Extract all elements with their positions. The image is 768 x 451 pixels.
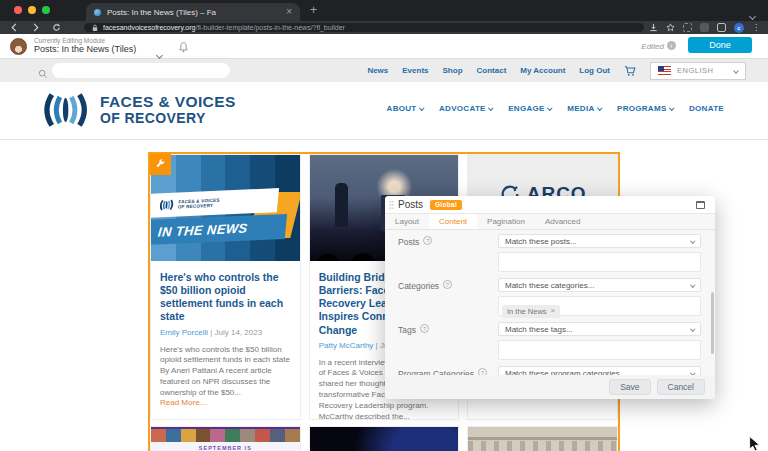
bookmark-star-icon[interactable] — [666, 23, 675, 32]
help-icon[interactable]: ? — [423, 236, 432, 245]
tab-content[interactable]: Content — [429, 214, 477, 229]
remove-chip-icon[interactable]: × — [551, 307, 556, 315]
program-categories-match-select[interactable]: Match these program categories... — [498, 366, 701, 375]
search-icon — [38, 65, 48, 83]
utility-link-contact[interactable]: Contact — [477, 66, 507, 75]
field-tags: Tags? Match these tags... — [398, 322, 701, 360]
tab-pagination[interactable]: Pagination — [477, 214, 535, 229]
nav-media[interactable]: MEDIA — [567, 104, 601, 113]
download-icon[interactable] — [649, 23, 658, 32]
browser-toolbar-right: c ⋮ — [649, 22, 760, 33]
profile-avatar[interactable]: c — [734, 23, 744, 33]
browser-tab[interactable]: Posts: In the News (Tiles) – Fa × — [86, 3, 300, 21]
close-window-button[interactable] — [14, 6, 22, 14]
help-icon[interactable]: ? — [420, 324, 429, 333]
help-icon[interactable]: ? — [443, 280, 452, 289]
faces-collage-strip — [151, 429, 300, 442]
edit-module-wrench-icon[interactable] — [150, 154, 171, 175]
read-more-link[interactable]: Read More… — [160, 398, 208, 407]
tab-close-icon[interactable]: × — [286, 7, 292, 17]
global-badge: Global — [430, 200, 462, 210]
field-categories: Categories? Match these categories... In… — [398, 278, 701, 316]
posts-match-select[interactable]: Match these posts... — [498, 234, 701, 248]
done-button[interactable]: Done — [688, 37, 752, 53]
tab-favicon — [94, 9, 101, 16]
cancel-button[interactable]: Cancel — [657, 379, 705, 395]
posts-settings-modal: Posts Global Layout Content Pagination A… — [385, 196, 715, 399]
chevron-down-icon — [547, 105, 552, 110]
new-tab-button[interactable]: + — [310, 3, 317, 17]
browser-menu-icon[interactable]: ⋮ — [752, 24, 760, 32]
utility-link-events[interactable]: Events — [402, 66, 428, 75]
categories-value-box[interactable]: In the News× — [498, 296, 701, 316]
language-selector[interactable]: ENGLISH — [650, 62, 746, 80]
post-title[interactable]: Here's who controls the $50 billion opio… — [160, 271, 291, 324]
post-excerpt: Here's who controls the $50 billion opio… — [160, 345, 291, 410]
utility-nav: News Events Shop Contact My Account Log … — [367, 59, 746, 82]
capitol-photo — [468, 427, 617, 451]
utility-link-log-out[interactable]: Log Out — [579, 66, 610, 75]
post-author-link[interactable]: Emily Porcelli — [160, 328, 208, 337]
modal-title: Posts — [398, 199, 423, 210]
reload-icon[interactable] — [52, 23, 61, 32]
modal-footer: Save Cancel — [385, 375, 715, 399]
tab-layout[interactable]: Layout — [385, 214, 429, 229]
drag-handle-icon[interactable] — [389, 200, 394, 210]
chevron-down-icon — [419, 105, 424, 110]
edited-info-icon[interactable]: i — [667, 41, 676, 50]
forward-icon[interactable] — [31, 23, 40, 32]
help-icon[interactable]: ? — [478, 368, 487, 375]
nav-engage[interactable]: ENGAGE — [508, 104, 551, 113]
minimize-window-button[interactable] — [28, 6, 36, 14]
modal-header[interactable]: Posts Global — [385, 196, 715, 214]
cart-icon[interactable] — [624, 65, 636, 77]
post-card-6[interactable] — [467, 426, 618, 451]
main-nav: ABOUT ADVOCATE ENGAGE MEDIA PROGRAMS DON… — [387, 104, 724, 113]
posts-value-box[interactable] — [498, 252, 701, 272]
chevron-down-icon — [597, 105, 602, 110]
post-card-5[interactable] — [309, 426, 460, 451]
us-flag-icon — [658, 66, 671, 75]
builder-module-title: Posts: In the News (Tiles) — [34, 44, 136, 54]
tags-match-select[interactable]: Match these tags... — [498, 322, 701, 336]
tab-title: Posts: In the News (Tiles) – Fa — [107, 8, 280, 17]
address-bar[interactable]: facesandvoicesofrecovery.org/fl-builder-… — [84, 23, 644, 32]
modal-scrollbar[interactable] — [711, 292, 714, 354]
save-button[interactable]: Save — [609, 379, 650, 395]
browser-nav-icons — [10, 22, 61, 33]
post-card-1-image: FACES & VOICES OF RECOVERY IN THE NEWS — [151, 155, 300, 261]
nav-about[interactable]: ABOUT — [387, 104, 423, 113]
logo-mark-icon — [157, 199, 174, 212]
notifications-bell-icon[interactable] — [178, 39, 189, 57]
post-author-link[interactable]: Patty McCarthy — [319, 341, 374, 350]
categories-match-select[interactable]: Match these categories... — [498, 278, 701, 292]
extension-icon-2[interactable] — [717, 23, 726, 32]
builder-context-label: Currently Editing Module — [34, 37, 105, 44]
maximize-window-button[interactable] — [42, 6, 50, 14]
site-logo[interactable]: FACES & VOICES OF RECOVERY — [38, 90, 236, 130]
nav-advocate[interactable]: ADVOCATE — [439, 104, 492, 113]
search-input[interactable] — [52, 63, 230, 78]
post-meta: Emily Porcelli | July 14, 2023 — [160, 328, 291, 337]
utility-link-my-account[interactable]: My Account — [520, 66, 565, 75]
interview-photo — [310, 427, 459, 451]
tab-advanced[interactable]: Advanced — [535, 214, 591, 229]
chevron-down-icon — [488, 105, 493, 110]
post-card-4[interactable]: SEPTEMBER IS RECOVERY MONTH — [150, 426, 301, 451]
nav-programs[interactable]: PROGRAMS — [617, 104, 673, 113]
beaver-builder-logo-icon — [10, 38, 27, 55]
utility-link-news[interactable]: News — [367, 66, 388, 75]
window-resize-icon[interactable] — [696, 201, 705, 209]
mouse-cursor — [748, 436, 762, 451]
logo-mark-icon — [38, 90, 90, 130]
utility-link-shop[interactable]: Shop — [443, 66, 463, 75]
category-chip[interactable]: In the News× — [502, 305, 560, 318]
post-card-1[interactable]: FACES & VOICES OF RECOVERY IN THE NEWS H… — [150, 154, 301, 420]
screenshot-extension-icon[interactable] — [683, 23, 692, 32]
modal-tabs: Layout Content Pagination Advanced — [385, 214, 715, 230]
extension-icon[interactable] — [700, 23, 709, 32]
nav-donate[interactable]: DONATE — [689, 104, 724, 113]
back-icon[interactable] — [10, 23, 19, 32]
post-card-1-body: Here's who controls the $50 billion opio… — [151, 261, 300, 419]
tags-value-box[interactable] — [498, 340, 701, 360]
